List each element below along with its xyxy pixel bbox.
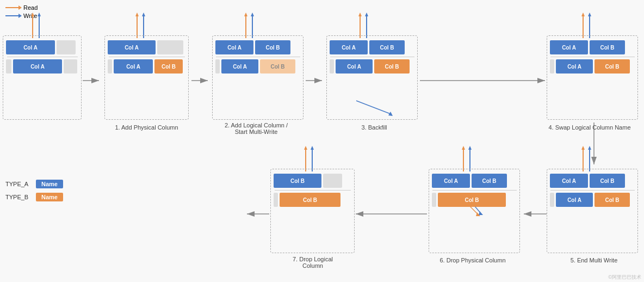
step-5: Col A Col B Col A Col B [547,169,638,253]
legend-read: Read [5,4,38,11]
step-1: Col A Col A Col B [104,35,189,120]
step1-bot-colA: Col A [114,59,153,73]
step2-bot-colB: Col B [260,59,295,73]
svg-marker-40 [591,157,597,164]
svg-marker-44 [356,211,363,217]
svg-marker-19 [588,13,591,16]
svg-marker-32 [91,78,99,83]
legend: Read Write [5,4,38,21]
svg-marker-7 [142,13,145,16]
legend-write: Write [5,13,38,19]
step2-top-colB: Col B [255,40,290,54]
type-b-badge: Name [36,193,63,201]
svg-marker-23 [588,146,591,150]
step-4: Col A Col B Col A Col B [547,35,638,120]
svg-marker-9 [244,13,247,16]
step4-bot-colA: Col A [556,59,593,73]
write-line [5,15,21,16]
step1-bot-spacer [108,59,112,73]
step3-bot-colB: Col B [374,59,410,73]
svg-marker-38 [537,78,545,83]
step1-top-colA: Col A [108,40,156,54]
step7-top-colB: Col B [274,174,321,188]
label-step7: 7. Drop LogicalColumn [272,256,354,269]
read-label: Read [23,4,38,11]
step2-top-colA: Col A [215,40,253,54]
step7-bot-colB: Col B [280,193,340,207]
step1-top-spacer [157,40,183,54]
type-b-label: TYPE_B [5,194,33,200]
step6-top-colB: Col B [472,174,507,188]
diagram: Read Write TYPE_A Name TYPE_B Name [0,0,644,282]
svg-marker-34 [200,78,208,83]
step0-bot-spacer1 [6,59,11,73]
step-0: Col A Col A [3,35,82,120]
step3-bot-spacer [330,59,334,73]
svg-marker-17 [581,13,585,16]
step7-top-spacer [323,174,342,188]
step0-bot-spacer2 [64,59,77,73]
type-a-label: TYPE_A [5,181,33,187]
step-7: Col B Col B [270,169,355,253]
step2-bot-spacer [215,59,220,73]
step0-top-colA: Col A [6,40,55,54]
step6-bot-colB: Col B [438,193,506,207]
step5-top-colB: Col B [590,174,625,188]
step5-bot-spacer [550,193,554,207]
write-label: Write [23,13,37,19]
step3-top-colA: Col A [330,40,368,54]
step7-bot-spacer [274,193,278,207]
svg-marker-29 [304,146,307,150]
svg-marker-42 [524,211,531,217]
step5-bot-colB: Col B [595,193,630,207]
step-6: Col A Col B Col B [429,169,520,253]
svg-marker-15 [365,13,368,16]
step-2: Col A Col B Col A Col B [212,35,304,120]
step0-top-spacer [57,40,76,54]
svg-marker-3 [38,13,41,16]
step5-bot-colA: Col A [556,193,593,207]
label-step2: 2. Add Logical Column /Start Multi-Write [210,122,302,135]
step4-bot-colB: Col B [595,59,630,73]
svg-marker-36 [314,78,322,83]
svg-marker-21 [581,146,585,150]
step4-bot-spacer [550,59,554,73]
svg-marker-25 [462,146,465,150]
svg-marker-5 [135,13,139,16]
type-a-row: TYPE_A Name [5,180,63,188]
type-a-badge: Name [36,180,63,188]
step3-top-colB: Col B [369,40,405,54]
step0-bot-colA: Col A [13,59,62,73]
step6-top-colA: Col A [432,174,470,188]
type-labels: TYPE_A Name TYPE_B Name [5,180,63,206]
read-line [5,7,21,8]
step2-bot-colA: Col A [221,59,258,73]
type-b-row: TYPE_B Name [5,193,63,201]
svg-marker-27 [468,146,472,150]
watermark: ©阿里巴巴技术 [608,274,641,281]
svg-marker-46 [247,211,255,217]
step4-top-colA: Col A [550,40,588,54]
label-step4: 4. Swap Logical Column Name [538,124,641,131]
step4-top-colB: Col B [590,40,625,54]
step1-bot-colB: Col B [154,59,183,73]
step-3: Col A Col B Col A Col B [326,35,418,120]
step3-bot-colA: Col A [336,59,373,73]
svg-marker-13 [358,13,362,16]
svg-marker-31 [311,146,314,150]
label-step6: 6. Drop Physical Column [427,257,518,263]
label-step1: 1. Add Physical Column [104,124,189,131]
svg-marker-11 [251,13,254,16]
step5-top-colA: Col A [550,174,588,188]
step6-bot-spacer [432,193,436,207]
label-step5: 5. End Multi Write [548,257,640,263]
label-step3: 3. Backfill [347,124,401,131]
